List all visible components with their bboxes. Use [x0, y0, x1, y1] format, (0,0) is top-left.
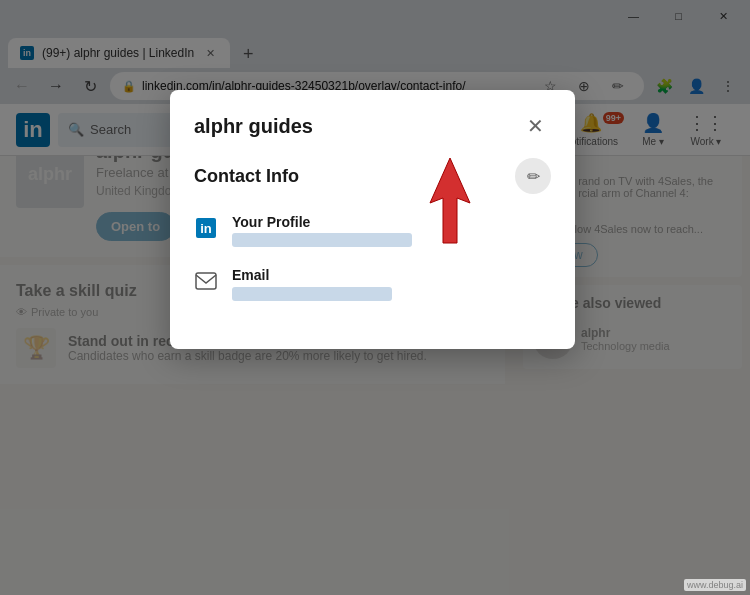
email-icon — [194, 269, 218, 293]
section-header-row: Contact Info ✏ — [194, 158, 551, 194]
email-value — [232, 287, 392, 301]
profile-url-content: Your Profile — [232, 214, 551, 247]
envelope-icon — [195, 272, 217, 290]
watermark: www.debug.ai — [684, 579, 746, 591]
pencil-icon: ✏ — [527, 167, 540, 186]
modal-header: alphr guides ✕ — [194, 110, 551, 142]
email-row: Email — [194, 267, 551, 301]
contact-info-section-title: Contact Info — [194, 166, 299, 187]
profile-url-value[interactable] — [232, 233, 412, 247]
profile-url-row: in Your Profile — [194, 214, 551, 247]
email-content: Email — [232, 267, 551, 301]
svg-rect-0 — [196, 273, 216, 289]
email-label: Email — [232, 267, 551, 283]
contact-info-modal: alphr guides ✕ Contact Info ✏ in Your Pr… — [170, 90, 575, 349]
modal-title: alphr guides — [194, 115, 313, 138]
edit-contact-info-button[interactable]: ✏ — [515, 158, 551, 194]
li-small-logo: in — [196, 218, 216, 238]
your-profile-label: Your Profile — [232, 214, 551, 230]
linkedin-profile-icon: in — [194, 216, 218, 240]
modal-close-button[interactable]: ✕ — [519, 110, 551, 142]
